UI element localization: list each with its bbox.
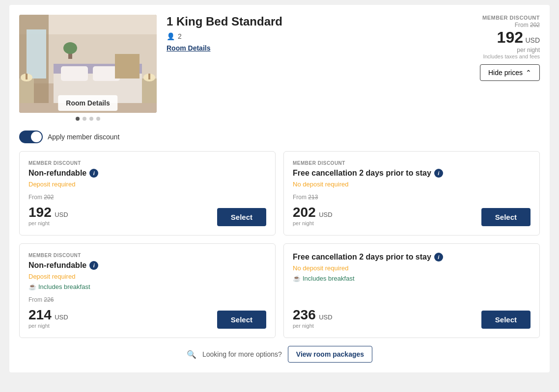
room-title: 1 King Bed Standard — [167, 15, 442, 28]
card-1-deposit: Deposit required — [28, 181, 266, 188]
card-2-info-icon[interactable]: i — [434, 169, 443, 178]
card-3-info-icon[interactable]: i — [89, 261, 98, 270]
header-member-discount-label: MEMBER DISCOUNT — [451, 15, 540, 21]
search-icon: 🔍 — [187, 350, 196, 359]
card-3-deposit: Deposit required — [28, 273, 266, 280]
card-1-price-line: 192 USD — [28, 205, 68, 220]
card-4-info-icon[interactable]: i — [434, 253, 443, 261]
image-dots — [19, 117, 157, 121]
card-2-from: From 213 — [293, 194, 531, 201]
coffee-icon-4: ☕ — [293, 275, 301, 282]
header-per-night: per night — [451, 47, 540, 53]
card-3-select-button[interactable]: Select — [217, 311, 266, 329]
svg-rect-12 — [19, 78, 34, 103]
card-1-strikethrough: 202 — [44, 194, 54, 201]
card-2-from-text: From — [293, 194, 307, 201]
card-1-select-button[interactable]: Select — [217, 208, 266, 226]
guests-count: 2 — [178, 32, 182, 40]
card-3-breakfast: ☕ Includes breakfast — [28, 283, 266, 290]
room-details-link[interactable]: Room Details — [167, 44, 442, 52]
header-currency: USD — [525, 36, 540, 44]
card-2-currency: USD — [319, 211, 332, 218]
card-1-policy: Non-refundable i — [28, 169, 266, 178]
card-4-policy-text: Free cancellation 2 days prior to stay — [293, 253, 431, 261]
hide-prices-label: Hide prices — [488, 69, 523, 77]
card-3-from: From 226 — [28, 296, 266, 303]
card-2-price-row: 202 USD per night Select — [293, 205, 531, 226]
person-icon: 👤 — [167, 32, 175, 40]
rate-card-3: MEMBER DISCOUNT Non-refundable i Deposit… — [19, 243, 276, 338]
card-2-deposit: No deposit required — [293, 181, 531, 188]
card-3-policy-text: Non-refundable — [28, 261, 86, 270]
card-3-policy: Non-refundable i — [28, 261, 266, 270]
header-taxes-fees: Includes taxes and fees — [451, 53, 540, 59]
room-info: 1 King Bed Standard 👤 2 Room Details — [167, 15, 442, 121]
card-4-spacer — [293, 285, 531, 303]
card-4-policy: Free cancellation 2 days prior to stay i — [293, 253, 531, 261]
card-3-price-left: 214 USD per night — [28, 307, 68, 329]
toggle-row: Apply member discount — [19, 131, 540, 143]
card-2-strikethrough: 213 — [308, 194, 318, 201]
card-2-policy: Free cancellation 2 days prior to stay i — [293, 169, 531, 178]
view-packages-button[interactable]: View room packages — [288, 346, 372, 363]
card-3-price: 214 — [28, 307, 52, 322]
header-main-price: 192 — [497, 28, 523, 46]
hide-prices-button[interactable]: Hide prices ⌃ — [480, 64, 540, 81]
svg-rect-14 — [26, 74, 28, 79]
card-2-select-button[interactable]: Select — [481, 208, 531, 226]
toggle-knob — [31, 131, 42, 142]
card-2-per-night: per night — [293, 220, 333, 226]
card-2-policy-text: Free cancellation 2 days prior to stay — [293, 169, 431, 178]
chevron-up-icon: ⌃ — [526, 69, 531, 77]
room-image-wrapper: Room Details — [19, 15, 157, 121]
toggle-label: Apply member discount — [48, 133, 119, 141]
card-1-price-row: 192 USD per night Select — [28, 205, 266, 226]
header-from-text: From — [515, 22, 529, 28]
dot-1 — [76, 117, 80, 121]
header-main-price-row: 192 USD — [451, 28, 540, 47]
rate-cards-grid: MEMBER DISCOUNT Non-refundable i Deposit… — [19, 151, 540, 338]
card-4-price-row: 236 USD per night Select — [293, 307, 531, 329]
room-details-overlay[interactable]: Room Details — [58, 95, 117, 111]
card-4-price-line: 236 USD — [293, 307, 333, 323]
svg-rect-15 — [115, 54, 140, 78]
dot-3 — [89, 117, 93, 121]
card-1-from-text: From — [28, 194, 42, 201]
room-header: Room Details 1 King Bed Standard 👤 2 Roo… — [19, 15, 540, 121]
looking-text: Looking for more options? — [202, 350, 282, 358]
card-1-info-icon[interactable]: i — [89, 169, 98, 178]
card-4-deposit: No deposit required — [293, 264, 531, 272]
card-1-policy-text: Non-refundable — [28, 169, 86, 178]
card-4-breakfast-text: Includes breakfast — [303, 275, 355, 282]
card-4-price-left: 236 USD per night — [293, 307, 333, 329]
card-2-price: 202 — [293, 205, 316, 220]
rate-card-4: Free cancellation 2 days prior to stay i… — [283, 243, 540, 338]
card-1-member-label: MEMBER DISCOUNT — [28, 160, 266, 166]
card-1-currency: USD — [55, 211, 68, 218]
svg-rect-11 — [148, 74, 150, 79]
card-3-price-row: 214 USD per night Select — [28, 307, 266, 329]
card-3-from-text: From — [28, 296, 42, 303]
card-1-from: From 202 — [28, 194, 266, 201]
card-1-price: 192 — [28, 205, 52, 220]
svg-rect-9 — [142, 78, 157, 103]
room-container: Room Details 1 King Bed Standard 👤 2 Roo… — [9, 5, 550, 372]
bottom-row: 🔍 Looking for more options? View room pa… — [19, 346, 540, 363]
card-2-price-left: 202 USD per night — [293, 205, 333, 226]
card-3-price-line: 214 USD — [28, 307, 68, 323]
card-1-price-left: 192 USD per night — [28, 205, 68, 226]
card-4-select-button[interactable]: Select — [481, 311, 531, 329]
card-3-breakfast-text: Includes breakfast — [38, 283, 90, 290]
header-strikethrough-price: 202 — [530, 22, 540, 28]
header-price-section: MEMBER DISCOUNT From 202 192 USD per nig… — [451, 15, 540, 121]
card-1-per-night: per night — [28, 220, 68, 226]
member-discount-toggle[interactable] — [19, 131, 43, 143]
header-from-label: From 202 — [451, 22, 540, 28]
coffee-icon-3: ☕ — [28, 283, 36, 290]
card-3-per-night: per night — [28, 323, 68, 329]
card-4-price: 236 — [293, 307, 316, 322]
card-2-price-line: 202 USD — [293, 205, 333, 220]
card-3-member-label: MEMBER DISCOUNT — [28, 253, 266, 258]
card-3-currency: USD — [55, 314, 68, 321]
svg-rect-7 — [61, 66, 88, 81]
